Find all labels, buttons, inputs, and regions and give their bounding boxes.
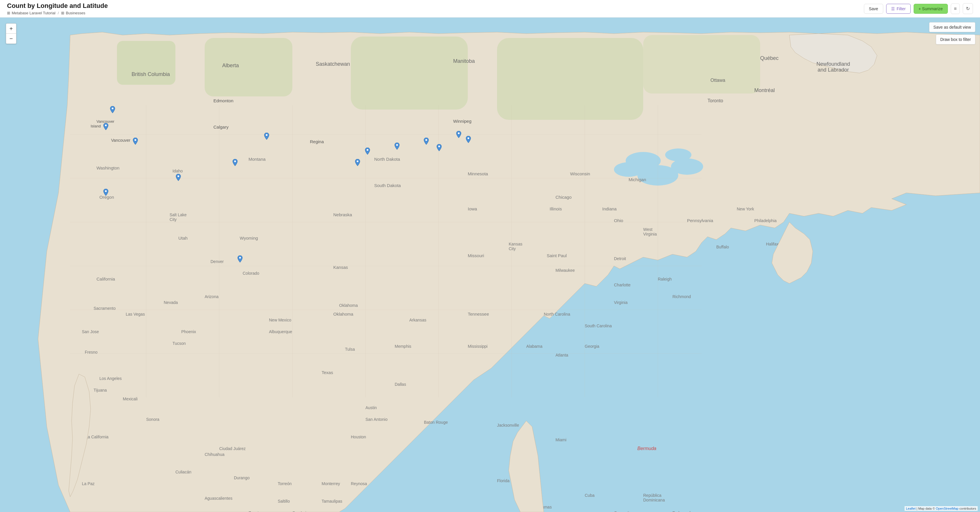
map-pin-seattle[interactable]	[109, 106, 116, 115]
svg-text:Torreón: Torreón	[278, 481, 291, 486]
settings-icon: ≡	[954, 6, 957, 11]
svg-text:Nebraska: Nebraska	[333, 212, 352, 217]
zoom-in-button[interactable]: +	[6, 24, 16, 33]
save-default-view-button[interactable]: Save as default view	[929, 22, 975, 32]
svg-text:Culiacán: Culiacán	[175, 470, 191, 474]
filter-button[interactable]: ☰ Filter	[886, 4, 911, 14]
svg-text:Austin: Austin	[366, 405, 377, 410]
map-pin-boston2[interactable]	[465, 136, 472, 145]
svg-text:Milwaukee: Milwaukee	[555, 268, 575, 273]
svg-text:Houston: Houston	[351, 434, 366, 439]
svg-text:Tulsa: Tulsa	[345, 347, 355, 351]
svg-text:Oklahoma: Oklahoma	[339, 303, 358, 308]
map-pin-buffalo[interactable]	[423, 138, 430, 147]
svg-text:Ciudad Juárez: Ciudad Juárez	[219, 446, 246, 451]
svg-text:Halifax: Halifax	[766, 242, 779, 246]
svg-text:Detroit: Detroit	[614, 256, 626, 261]
map-pin-boise[interactable]	[132, 138, 139, 147]
map-pin-san-jose[interactable]	[102, 189, 109, 198]
svg-point-139	[105, 124, 107, 126]
map-svg: British Columbia Alberta Saskatchewan Ma…	[0, 17, 980, 512]
svg-point-146	[396, 144, 398, 146]
map-pin-omaha[interactable]	[232, 159, 239, 169]
svg-text:Monterrey: Monterrey	[321, 481, 340, 486]
svg-text:San Jose: San Jose	[82, 329, 99, 334]
svg-text:Los Angeles: Los Angeles	[99, 376, 122, 381]
svg-rect-7	[205, 38, 292, 97]
svg-text:Buffalo: Buffalo	[716, 245, 729, 249]
svg-text:New York: New York	[737, 207, 754, 211]
svg-text:Dallas: Dallas	[395, 382, 406, 386]
breadcrumb-item-businesses[interactable]: ⊞ Businesses	[61, 11, 85, 15]
svg-text:Washington: Washington	[97, 165, 119, 170]
breadcrumb-businesses-label: Businesses	[66, 11, 85, 15]
map-pin-nyc[interactable]	[436, 144, 443, 153]
leaflet-link[interactable]: Leaflet	[906, 507, 916, 510]
svg-text:Kansas: Kansas	[333, 265, 348, 270]
svg-text:Alberta: Alberta	[222, 62, 239, 68]
contributors-text: contributors	[959, 507, 976, 510]
svg-text:Alabama: Alabama	[526, 344, 542, 349]
svg-text:Raleigh: Raleigh	[658, 277, 671, 281]
svg-text:Colorado: Colorado	[243, 271, 259, 275]
svg-point-141	[105, 190, 107, 192]
settings-button[interactable]: ≡	[951, 3, 960, 14]
svg-text:Chihuahua: Chihuahua	[205, 452, 224, 457]
svg-point-143	[234, 161, 236, 162]
svg-point-145	[367, 149, 368, 151]
svg-text:Tennessee: Tennessee	[468, 312, 489, 316]
map-pin-portland[interactable]	[102, 123, 109, 132]
svg-text:Georgia: Georgia	[585, 344, 599, 349]
svg-text:Cuba: Cuba	[585, 493, 595, 498]
map-pin-boston1[interactable]	[455, 131, 462, 140]
svg-point-153	[239, 257, 241, 259]
map-pin-indianapolis[interactable]	[354, 159, 361, 169]
svg-text:Arkansas: Arkansas	[409, 318, 426, 322]
svg-text:Indiana: Indiana	[602, 206, 617, 211]
svg-text:Florida: Florida	[497, 479, 509, 483]
svg-text:Durango: Durango	[234, 475, 250, 480]
svg-text:Fresno: Fresno	[85, 350, 98, 355]
svg-point-150	[438, 146, 440, 147]
zoom-out-button[interactable]: −	[6, 33, 16, 43]
svg-text:Camagüey: Camagüey	[614, 510, 634, 512]
breadcrumb-separator: /	[58, 11, 59, 15]
svg-point-5	[665, 148, 691, 161]
svg-text:San LuisPotosí: San LuisPotosí	[292, 510, 308, 512]
map-pin-minneapolis[interactable]	[263, 133, 270, 142]
svg-text:Las Vegas: Las Vegas	[126, 312, 145, 316]
svg-text:Phoenix: Phoenix	[181, 329, 196, 334]
svg-text:Nevada: Nevada	[164, 300, 178, 305]
svg-point-152	[357, 161, 358, 162]
filter-icon: ☰	[891, 6, 895, 11]
zoom-controls: + −	[6, 23, 16, 44]
map-pin-detroit[interactable]	[364, 148, 371, 157]
svg-text:Utah: Utah	[178, 235, 188, 240]
header-left: Count by Longitude and Latitude ⊞ Metaba…	[7, 2, 864, 15]
osm-link[interactable]: OpenStreetMap	[936, 507, 959, 510]
header-right: Save ☰ Filter + Summarize ≡ ↻	[864, 3, 973, 14]
breadcrumb-item-tutorial[interactable]: ⊞ Metabase Laravel Tutorial	[7, 11, 56, 15]
map-container[interactable]: British Columbia Alberta Saskatchewan Ma…	[0, 17, 980, 512]
attribution-text: | Map data ©	[916, 507, 936, 510]
summarize-button[interactable]: + Summarize	[914, 4, 948, 14]
svg-point-149	[468, 137, 469, 139]
grid-icon: ⊞	[7, 11, 10, 15]
map-pin-cleveland[interactable]	[393, 143, 401, 152]
svg-text:Michigan: Michigan	[628, 177, 646, 182]
svg-text:Pennsylvania: Pennsylvania	[687, 218, 713, 223]
map-pin-houston[interactable]	[237, 255, 243, 265]
svg-text:Tamaulipas: Tamaulipas	[321, 499, 342, 504]
svg-text:North Dakota: North Dakota	[374, 157, 400, 162]
svg-text:Bermuda: Bermuda	[637, 446, 656, 451]
svg-text:Arizona: Arizona	[205, 294, 219, 299]
draw-box-filter-button[interactable]: Draw box to filter	[936, 35, 975, 45]
map-overlay-buttons: Save as default view Draw box to filter	[929, 22, 975, 45]
svg-text:Mexicali: Mexicali	[123, 397, 138, 401]
refresh-button[interactable]: ↻	[963, 3, 973, 14]
save-button[interactable]: Save	[864, 4, 883, 14]
svg-text:Winnipeg: Winnipeg	[453, 119, 472, 124]
svg-text:Newfoundlandand Labrador: Newfoundlandand Labrador	[816, 61, 850, 73]
map-pin-denver[interactable]	[175, 174, 182, 183]
page-title: Count by Longitude and Latitude	[7, 2, 864, 10]
